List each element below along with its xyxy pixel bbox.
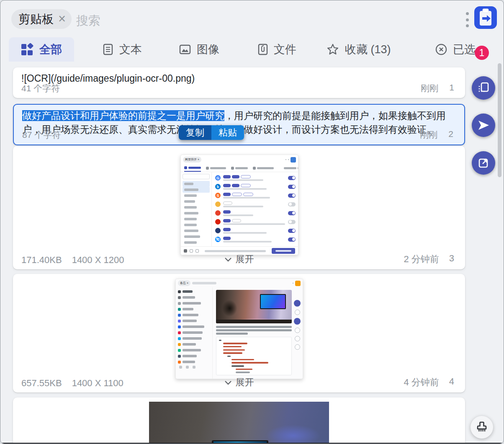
copy-button[interactable]: 复制 — [179, 125, 211, 140]
copy-paste-tooltip: 复制 粘贴 — [179, 125, 244, 140]
mini-site-icon: 知 — [215, 237, 221, 242]
thumbnail-memo-screenshot: 备忘 × — [175, 279, 303, 379]
mini-memo-tag: 备忘 × — [178, 280, 190, 286]
mini-note-text — [216, 326, 292, 335]
clipboard-item-5[interactable] — [13, 398, 465, 444]
mini-toggle — [288, 220, 296, 224]
tab-all-label: 全部 — [39, 42, 62, 57]
mini-memo-main — [213, 287, 303, 379]
item-3-expand-label: 展开 — [236, 253, 254, 266]
copy-icon — [477, 82, 490, 94]
mini-tab-row — [181, 164, 298, 172]
item-3-expand-button[interactable]: 展开 — [13, 253, 465, 266]
clear-history-button[interactable] — [471, 416, 493, 439]
send-icon — [477, 119, 490, 132]
multi-copy-button[interactable] — [472, 76, 495, 100]
mini-site-icon — [215, 219, 221, 225]
item-2-time: 刚刚 — [420, 129, 437, 141]
mini-plugin-tag: 网页快开 × — [183, 157, 201, 163]
clipboard-plugin-icon[interactable] — [474, 6, 497, 29]
item-4-meta: 4 分钟前 4 — [404, 376, 454, 389]
star-icon — [326, 43, 339, 56]
mini-engine-list: GbS知 — [212, 172, 298, 246]
item-4-index: 4 — [449, 376, 454, 389]
tab-selected-label: 已选 — [453, 42, 476, 57]
tab-favorites-label: 收藏 (13) — [345, 42, 391, 57]
tab-file-label: 文件 — [274, 42, 296, 57]
paste-button[interactable]: 粘贴 — [211, 125, 244, 140]
document-icon — [102, 44, 114, 55]
mini-search-box — [183, 174, 210, 179]
item-2-index: 2 — [448, 129, 453, 141]
mini-site-icon: b — [215, 184, 221, 189]
mini-memo-buttons — [293, 300, 301, 353]
brush-clean-icon — [476, 421, 488, 434]
item-3-meta: 2 分钟前 3 — [404, 253, 454, 266]
tab-selected[interactable]: 已选 — [435, 37, 476, 62]
tab-image[interactable]: 图像 — [179, 37, 219, 62]
mini-code-block — [216, 337, 292, 375]
mini-toggle — [288, 176, 296, 180]
mini-site-icon: S — [215, 193, 221, 198]
tab-text-label: 文本 — [119, 42, 142, 57]
clipboard-app-window: 剪贴板 × 搜索 全部 — [0, 0, 504, 444]
grid-icon — [21, 43, 34, 56]
mini-desk-photo — [216, 290, 292, 323]
clipboard-item-4[interactable]: 备忘 × — [13, 274, 465, 392]
chevron-down-icon — [224, 257, 232, 262]
mini-memo-sidebar — [176, 287, 213, 379]
mini-toggle — [288, 237, 296, 242]
tab-file[interactable]: 文件 — [257, 37, 296, 62]
chevron-down-icon — [224, 380, 232, 385]
tab-image-label: 图像 — [197, 42, 219, 57]
mini-app-icon — [291, 157, 296, 163]
item-3-time: 2 分钟前 — [404, 253, 439, 266]
mini-site-icon — [215, 210, 221, 216]
open-external-icon — [477, 157, 490, 169]
mini-toggle — [288, 202, 296, 207]
item-1-meta: 41 个字符 刚刚 1 — [21, 83, 454, 94]
item-4-time: 4 分钟前 — [404, 376, 439, 389]
tab-bar: 全部 文本 图像 文件 — [0, 37, 504, 62]
circle-x-icon — [435, 43, 447, 56]
item-1-index: 1 — [449, 83, 454, 94]
clipboard-arrow-icon — [474, 6, 497, 29]
item-2-highlighted-text: 做好产品设计和用户体验的前提之一是用户研究 — [22, 110, 224, 121]
mini-toggle — [288, 185, 296, 189]
plugin-tag-label: 剪贴板 — [18, 11, 54, 27]
mini-toggle — [288, 211, 296, 215]
item-4-expand-label: 展开 — [236, 376, 254, 389]
clipboard-item-1[interactable]: ![OCR](/guide/images/plugin-ocr-00.png) … — [13, 67, 465, 98]
search-input[interactable]: 搜索 — [76, 13, 100, 29]
scrollbar-thumb[interactable] — [498, 63, 501, 177]
tag-close-icon[interactable]: × — [58, 12, 66, 25]
image-icon — [179, 44, 191, 55]
tab-favorites[interactable]: 收藏 (13) — [326, 37, 391, 62]
wallpaper-image-partial — [149, 402, 329, 444]
more-menu-icon[interactable] — [466, 12, 469, 27]
item-4-expand-button[interactable]: 展开 — [13, 376, 465, 389]
tab-all[interactable]: 全部 — [9, 37, 74, 62]
mini-toggle — [288, 194, 296, 198]
mini-site-icon: G — [215, 175, 221, 181]
item-1-time: 刚刚 — [421, 83, 438, 94]
item-1-char-count: 41 个字符 — [21, 83, 60, 94]
clipboard-item-3[interactable]: 网页快开 × GbS知 — [13, 146, 465, 269]
mini-sidebar — [181, 172, 212, 246]
mini-site-icon — [215, 201, 221, 207]
plugin-tag[interactable]: 剪贴板 × — [11, 9, 72, 29]
file-clip-icon — [257, 44, 268, 55]
mini-toggle — [288, 229, 296, 233]
thumbnail-quickopen-screenshot: 网页快开 × GbS知 — [180, 155, 298, 255]
selected-count-badge: 1 — [475, 46, 489, 60]
item-2-char-count: 87 个字符 — [22, 129, 61, 141]
mini-site-icon — [215, 228, 221, 233]
send-paste-button[interactable] — [472, 114, 495, 137]
mini-memo-app-icon — [295, 281, 301, 286]
item-3-index: 3 — [449, 253, 454, 266]
open-external-button[interactable] — [472, 151, 495, 175]
tab-text[interactable]: 文本 — [102, 37, 142, 62]
